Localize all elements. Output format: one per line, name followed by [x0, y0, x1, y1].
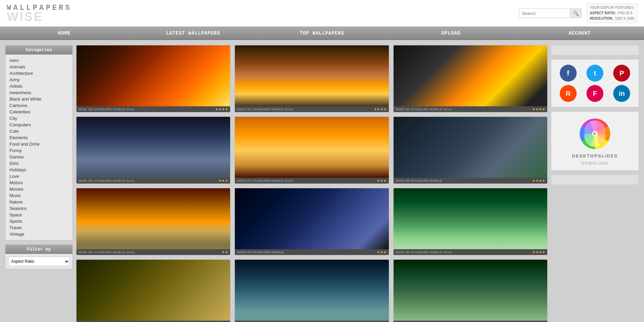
logo-sub: WISE: [7, 11, 72, 23]
nav-item-latest-wallpapers[interactable]: Latest Wallpapers: [129, 27, 258, 39]
wallpaper-footer-8: WIDE HD STANDARD MOBILE★★★: [235, 249, 388, 255]
category-item-travel[interactable]: Travel: [9, 224, 68, 231]
wallpaper-card-9[interactable]: WIDE HD STANDARD MOBILE DUAL★★★★: [393, 188, 548, 255]
wallpaper-footer-7: WIDE HD STANDARD MOBILE DUAL★★: [76, 249, 230, 255]
wallpaper-stars-7: ★★: [222, 250, 228, 254]
category-item-cute[interactable]: Cute: [9, 128, 68, 134]
category-item-space[interactable]: Space: [9, 212, 68, 218]
wallpaper-tags-6: WIDE HD STANDARD MOBILE: [396, 179, 442, 183]
header-right: 🔍 YOUR DISPLAY FEATURES: ASPECT RATIO: F…: [519, 3, 637, 23]
category-item-artistic[interactable]: Artistic: [9, 83, 68, 89]
category-item-computers[interactable]: Computers: [9, 122, 68, 128]
wallpaper-card-11[interactable]: WIDE HD STANDARD MOBILE DUAL★★★: [235, 259, 389, 322]
wallpaper-card-1[interactable]: WIDE HD STANDARD MOBILE DUAL★★★★: [76, 45, 230, 112]
right-top-bar: [551, 45, 639, 55]
category-item-black-and-white[interactable]: Black and White: [9, 96, 68, 102]
main-content: Categories AeroAnimalsArchitectureArmyAr…: [0, 40, 644, 322]
wallpaper-footer-3: WIDE HD STANDARD MOBILE DUAL★★★★: [394, 106, 547, 112]
pinterest-icon[interactable]: P: [613, 65, 630, 82]
category-item-animals[interactable]: Animals: [9, 64, 68, 70]
wallpaper-tags-8: WIDE HD STANDARD MOBILE: [237, 251, 284, 254]
category-item-celebrities[interactable]: Celebrities: [9, 109, 68, 115]
wallpaper-card-8[interactable]: WIDE HD STANDARD MOBILE★★★: [235, 188, 389, 255]
wallpaper-card-2[interactable]: WIDE HD STANDARD MOBILE DUAL★★★★: [235, 45, 389, 112]
category-item-love[interactable]: Love: [9, 173, 68, 179]
wallpaper-footer-11: WIDE HD STANDARD MOBILE DUAL★★★: [235, 321, 388, 322]
wallpaper-tags-5: WIDE HD STANDARD MOBILE DUAL: [237, 179, 293, 183]
wallpaper-card-6[interactable]: WIDE HD STANDARD MOBILE★★★★: [393, 116, 548, 184]
wallpaper-card-5[interactable]: WIDE HD STANDARD MOBILE DUAL★★★: [235, 116, 389, 184]
search-button[interactable]: 🔍: [570, 9, 581, 18]
wallpaper-thumb-1: [76, 45, 230, 106]
wallpaper-grid: WIDE HD STANDARD MOBILE DUAL★★★★WIDE HD …: [76, 45, 548, 322]
nav-item-home[interactable]: Home: [0, 27, 129, 39]
wallpaper-footer-1: WIDE HD STANDARD MOBILE DUAL★★★★: [76, 106, 230, 112]
wallpaper-tags-3: WIDE HD STANDARD MOBILE DUAL: [396, 108, 452, 111]
facebook-icon[interactable]: f: [560, 65, 577, 82]
category-item-girls[interactable]: Girls: [9, 160, 68, 167]
desktopslides-label: DESKTOPSLIDES: [572, 153, 618, 158]
categories-header: Categories: [5, 45, 72, 55]
desktopslides-box[interactable]: K DESKTOPSLIDES DOWNLOAD: [551, 111, 639, 171]
main-nav: HomeLatest WallpapersTop WallpapersUploa…: [0, 27, 644, 40]
category-item-nature[interactable]: Nature: [9, 199, 68, 205]
aspect-ratio-line: ASPECT RATIO: FHD 16:9: [590, 10, 634, 16]
category-item-aero[interactable]: Aero: [9, 57, 68, 64]
wallpaper-footer-2: WIDE HD STANDARD MOBILE DUAL★★★★: [235, 106, 388, 112]
display-info: YOUR DISPLAY FEATURES: ASPECT RATIO: FHD…: [587, 3, 637, 23]
svg-text:K: K: [594, 132, 596, 136]
wallpaper-tags-2: WIDE HD STANDARD MOBILE DUAL: [237, 108, 293, 111]
wallpaper-footer-12: WIDE HD STANDARD MOBILE DUAL★★★★: [394, 321, 547, 322]
category-item-army[interactable]: Army: [9, 77, 68, 83]
wallpaper-stars-1: ★★★★: [215, 107, 228, 111]
category-item-sports[interactable]: Sports: [9, 218, 68, 224]
wallpaper-thumb-11: [235, 260, 388, 321]
wallpaper-stars-4: ★★★: [219, 179, 228, 183]
wallpaper-thumb-5: [235, 117, 388, 178]
resolution-value: 1920 X 1080: [615, 17, 634, 20]
logo-area: WALLPAPERS WISE: [7, 4, 72, 23]
reddit-icon[interactable]: R: [560, 85, 577, 102]
wallpaper-thumb-4: [76, 117, 230, 178]
twitter-icon[interactable]: t: [586, 65, 603, 82]
wallpaper-stars-3: ★★★★: [532, 107, 545, 111]
wallpaper-card-3[interactable]: WIDE HD STANDARD MOBILE DUAL★★★★: [393, 45, 548, 112]
filter-header: Filter by: [5, 245, 72, 254]
wallpaper-stars-9: ★★★★: [532, 250, 545, 254]
wallpaper-thumb-7: [76, 188, 230, 249]
nav-item-top-wallpapers[interactable]: Top Wallpapers: [258, 27, 387, 39]
wallpaper-thumb-2: [235, 45, 388, 106]
wallpaper-tags-1: WIDE HD STANDARD MOBILE DUAL: [79, 108, 135, 111]
resolution-line: RESOLUTION: 1920 X 1080: [590, 16, 634, 21]
nav-item-account[interactable]: Account: [515, 27, 644, 39]
wallpaper-card-4[interactable]: WIDE HD STANDARD MOBILE DUAL★★★: [76, 116, 230, 184]
nav-item-upload[interactable]: Upload: [386, 27, 515, 39]
wallpaper-thumb-10: [76, 260, 230, 321]
category-item-music[interactable]: Music: [9, 192, 68, 199]
wallpaper-card-12[interactable]: WIDE HD STANDARD MOBILE DUAL★★★★: [393, 259, 548, 322]
category-item-city[interactable]: City: [9, 115, 68, 122]
category-item-food-and-drink[interactable]: Food and Drink: [9, 141, 68, 147]
wallpaper-thumb-6: [394, 117, 547, 178]
category-item-vintage[interactable]: Vintage: [9, 231, 68, 237]
category-item-elements[interactable]: Elements: [9, 134, 68, 141]
category-item-cartoons[interactable]: Cartoons: [9, 102, 68, 109]
category-item-seasons[interactable]: Seasons: [9, 205, 68, 212]
category-item-games[interactable]: Games: [9, 154, 68, 160]
category-item-motors[interactable]: Motors: [9, 179, 68, 186]
wallpaper-card-7[interactable]: WIDE HD STANDARD MOBILE DUAL★★: [76, 188, 230, 255]
linkedin-icon[interactable]: in: [613, 85, 630, 102]
category-item-awareness[interactable]: Awareness: [9, 89, 68, 96]
category-item-architecture[interactable]: Architecture: [9, 70, 68, 77]
wallpaper-tags-9: WIDE HD STANDARD MOBILE DUAL: [396, 251, 452, 254]
category-item-movies[interactable]: Movies: [9, 186, 68, 192]
category-item-funny[interactable]: Funny: [9, 147, 68, 154]
wallpaper-footer-4: WIDE HD STANDARD MOBILE DUAL★★★: [76, 178, 230, 184]
wallpaper-footer-5: WIDE HD STANDARD MOBILE DUAL★★★: [235, 178, 388, 184]
category-item-holidays[interactable]: Holidays: [9, 167, 68, 173]
aspect-ratio-select[interactable]: Aspect Ratio16:916:104:35:421:9Dual: [8, 257, 70, 266]
categories-list: AeroAnimalsArchitectureArmyArtisticAware…: [5, 55, 72, 240]
search-input[interactable]: [519, 9, 570, 18]
flipboard-icon[interactable]: F: [586, 85, 603, 102]
wallpaper-card-10[interactable]: WIDE HD STANDARD MOBILE DUAL★★★: [76, 259, 230, 322]
